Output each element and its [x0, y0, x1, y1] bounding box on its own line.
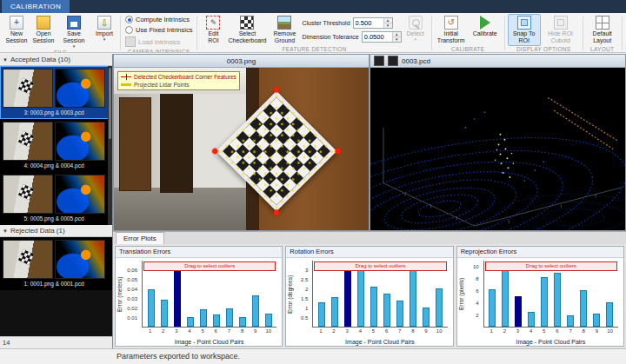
chart-title: Rotation Errors — [286, 247, 452, 258]
point-cloud-canvas[interactable] — [370, 68, 625, 230]
reprojection-errors-chart: Reprojection Errors Error (pixels) 24681… — [456, 246, 624, 347]
outlier-selection-banner[interactable]: Drag to select outliers — [143, 261, 276, 271]
edit-roi-button[interactable]: Edit ROI — [200, 14, 226, 46]
bar-pair-1[interactable] — [318, 302, 325, 327]
display-options-section-label: DISPLAY OPTIONS — [508, 46, 580, 53]
compute-intrinsics-radio[interactable]: Compute Intrinsics — [125, 16, 192, 23]
point-cloud-panel-title-bar[interactable]: 0003.pcd — [370, 55, 625, 68]
section-divider — [431, 16, 432, 50]
bar-pair-7[interactable] — [226, 308, 233, 327]
snap-to-roi-button[interactable]: Snap To ROI — [508, 14, 541, 46]
bar-pair-10[interactable] — [436, 288, 443, 328]
rejected-data-header-label: Rejected Data (1) — [10, 227, 65, 235]
spin-down-icon[interactable]: ▼ — [384, 23, 392, 28]
cluster-threshold-stepper[interactable]: ▲▼ — [383, 18, 392, 28]
y-tick-label: 0.04 — [127, 287, 137, 292]
cluster-threshold-input[interactable] — [354, 18, 383, 28]
bar-pair-1[interactable] — [148, 289, 155, 327]
photo-door-left — [119, 97, 151, 192]
rejected-data-list: 1: 0001.png & 0001.pcd — [0, 237, 112, 290]
open-session-button[interactable]: Open Session — [30, 14, 57, 46]
initial-transform-button[interactable]: Initial Transform — [435, 14, 468, 46]
bar-pair-5[interactable] — [200, 309, 207, 327]
rotate-tool-icon[interactable] — [388, 56, 398, 66]
radio-unselected-icon — [125, 26, 133, 34]
rejected-data-header[interactable]: ▼ Rejected Data (1) — [0, 225, 112, 237]
plot-axes[interactable]: Drag to select outliers — [142, 261, 276, 328]
checkerboard-points — [495, 134, 515, 178]
legend-corner-features-label: Detected Checkerboard Corner Features — [134, 73, 236, 81]
bar-pair-7[interactable] — [396, 301, 403, 327]
calibrate-button[interactable]: Calibrate — [469, 14, 502, 39]
outlier-selection-banner[interactable]: Drag to select outliers — [314, 261, 446, 271]
x-tick-label: 3 — [341, 328, 354, 335]
bar-pair-9[interactable] — [423, 308, 430, 327]
bar-pair-4[interactable] — [357, 265, 364, 327]
vertical-scrollbar[interactable] — [108, 66, 112, 225]
bar-pair-10[interactable] — [265, 314, 272, 327]
bar-pair-6[interactable] — [213, 314, 220, 327]
bar-pair-6[interactable] — [383, 294, 390, 327]
list-item[interactable]: 4: 0004.png & 0004.pcd — [0, 119, 112, 172]
save-session-button[interactable]: Save Session ▾ — [57, 14, 90, 50]
bar-pair-2[interactable] — [502, 269, 509, 327]
bar-pair-3[interactable] — [515, 296, 522, 327]
use-fixed-intrinsics-radio[interactable]: Use Fixed Intrinsics — [125, 26, 192, 34]
y-tick-label: 4 — [476, 301, 478, 306]
tab-calibration[interactable]: CALIBRATION — [2, 0, 70, 13]
spin-down-icon[interactable]: ▼ — [393, 37, 401, 42]
bar-pair-10[interactable] — [606, 302, 613, 327]
default-layout-button[interactable]: Default Layout — [586, 14, 619, 46]
y-tick-label: 3 — [305, 268, 308, 273]
remove-ground-button[interactable]: Remove Ground — [268, 14, 301, 46]
bar-pair-3[interactable] — [344, 268, 351, 327]
point-cloud-view[interactable] — [370, 68, 625, 230]
list-item[interactable]: 1: 0001.png & 0001.pcd — [0, 237, 112, 290]
bar-pair-5[interactable] — [370, 287, 377, 327]
chart-title: Reprojection Errors — [457, 247, 623, 258]
accepted-data-header[interactable]: ▼ Accepted Data (10) — [0, 54, 112, 66]
scrollbar-thumb[interactable] — [109, 68, 111, 139]
camera-image-view[interactable]: Detected Checkerboard Corner Features Pr… — [114, 68, 369, 230]
new-session-button[interactable]: New Session — [3, 14, 30, 46]
bar-pair-2[interactable] — [161, 300, 168, 327]
bar-pair-8[interactable] — [239, 317, 246, 327]
section-divider — [583, 16, 583, 50]
hide-roi-cuboid-label: Hide ROI Cuboid — [543, 30, 578, 44]
open-folder-icon — [37, 16, 50, 30]
dimension-tolerance-stepper[interactable]: ▲▼ — [392, 32, 401, 42]
x-tick-label: 2 — [156, 328, 170, 335]
bar-pair-1[interactable] — [489, 289, 496, 327]
bar-pair-7[interactable] — [567, 315, 574, 327]
bar-pair-8[interactable] — [410, 270, 416, 327]
x-tick-label: 1 — [485, 328, 498, 335]
image-panel-title-bar[interactable]: 0003.png — [114, 55, 369, 68]
bar-pair-8[interactable] — [580, 290, 587, 327]
translation-errors-chart: Translation Errors Error (meters) 0.010.… — [115, 246, 283, 347]
bar-pair-4[interactable] — [528, 312, 535, 327]
dimension-tolerance-input[interactable] — [363, 32, 392, 42]
import-button[interactable]: Import ▾ — [91, 14, 117, 43]
open-session-label: Open Session — [32, 30, 55, 44]
list-item[interactable]: 3: 0003.png & 0003.pcd — [0, 66, 112, 119]
bar-pair-2[interactable] — [331, 297, 338, 327]
roi-cuboid-icon — [554, 16, 568, 30]
bar-pair-9[interactable] — [593, 314, 600, 327]
tab-error-plots[interactable]: Error Plots — [116, 232, 164, 244]
bar-pair-5[interactable] — [541, 277, 548, 327]
y-axis-ticks: 0.511.522.53 — [286, 261, 310, 328]
plot-axes[interactable]: Drag to select outliers — [312, 261, 447, 328]
bar-pair-3[interactable] — [174, 269, 181, 327]
chart-title: Translation Errors — [116, 247, 282, 258]
error-charts-row: Translation Errors Error (meters) 0.010.… — [113, 244, 626, 348]
view-tool-icon[interactable] — [374, 56, 384, 66]
select-checkerboard-button[interactable]: Select Checkerboard — [227, 14, 267, 46]
x-tick-label: 4 — [183, 328, 196, 335]
bar-pair-6[interactable] — [554, 273, 561, 327]
bar-pair-9[interactable] — [252, 295, 259, 327]
outlier-selection-banner[interactable]: Drag to select outliers — [485, 261, 617, 271]
plot-axes[interactable]: Drag to select outliers — [483, 261, 618, 328]
x-tick-label: 3 — [170, 328, 183, 335]
list-item[interactable]: 5: 0005.png & 0005.pcd — [0, 172, 112, 225]
bar-pair-4[interactable] — [187, 317, 194, 327]
